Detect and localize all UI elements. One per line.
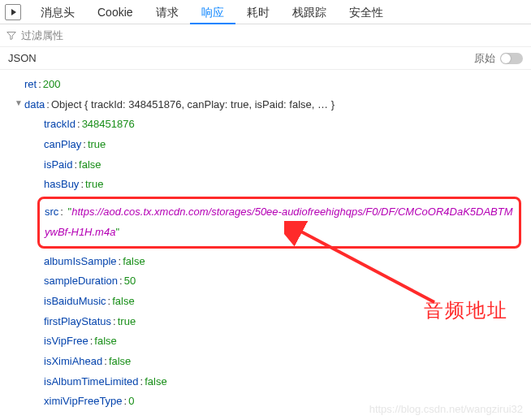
filter-input[interactable]: 过滤属性 — [21, 28, 63, 43]
json-header: JSON 原始 — [0, 47, 531, 70]
json-body: ret: 200 ▼ data: Object { trackId: 34845… — [0, 70, 531, 417]
filter-row: 过滤属性 — [0, 24, 531, 47]
tab-security[interactable]: 安全性 — [338, 0, 395, 24]
src-highlight-box: src: "https://aod.cos.tx.xmcdn.com/stora… — [37, 197, 521, 248]
json-src-key[interactable]: src — [45, 206, 58, 218]
tab-cookie[interactable]: Cookie — [86, 0, 145, 24]
json-hasBuy[interactable]: hasBuy: true — [13, 175, 528, 195]
annotation-label: 音频地址 — [424, 297, 508, 323]
tab-request[interactable]: 请求 — [145, 0, 190, 24]
raw-toggle[interactable]: 原始 — [474, 51, 523, 66]
json-albumIsSample[interactable]: albumIsSample: false — [13, 252, 528, 272]
json-trackId[interactable]: trackId: 348451876 — [13, 115, 528, 135]
play-icon[interactable] — [5, 4, 21, 20]
json-canPlay[interactable]: canPlay: true — [13, 135, 528, 155]
chevron-down-icon[interactable]: ▼ — [15, 95, 23, 110]
raw-label: 原始 — [474, 51, 495, 66]
json-label: JSON — [8, 52, 37, 64]
json-isPaid[interactable]: isPaid: false — [13, 155, 528, 175]
json-ret[interactable]: ret: 200 — [13, 75, 528, 95]
tab-stacktrace[interactable]: 栈跟踪 — [281, 0, 338, 24]
tab-response[interactable]: 响应 — [190, 0, 235, 24]
json-isVipFree[interactable]: isVipFree: false — [13, 331, 528, 352]
json-isXimiAhead[interactable]: isXimiAhead: false — [13, 352, 528, 372]
json-isAlbumTimeLimited[interactable]: isAlbumTimeLimited: false — [13, 372, 528, 392]
json-sampleDuration[interactable]: sampleDuration: 50 — [13, 271, 528, 292]
toggle-switch[interactable] — [500, 53, 523, 64]
filter-icon — [6, 31, 16, 41]
tab-headers[interactable]: 消息头 — [29, 0, 86, 24]
tab-timing[interactable]: 耗时 — [235, 0, 281, 24]
tabbar: 消息头 Cookie 请求 响应 耗时 栈跟踪 安全性 — [0, 0, 531, 24]
watermark: https://blog.csdn.net/wangzirui32 — [369, 403, 523, 415]
json-data[interactable]: ▼ data: Object { trackId: 348451876, can… — [13, 95, 528, 115]
